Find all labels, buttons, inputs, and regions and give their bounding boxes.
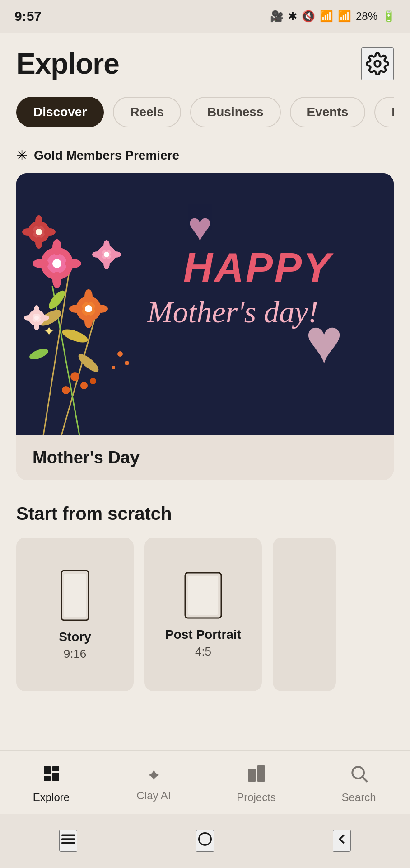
nav-item-projects[interactable]: Projects (205, 764, 308, 804)
settings-button[interactable] (361, 47, 394, 80)
status-icons: 🎥 ✱ 🔇 📶 📶 28% 🔋 (270, 10, 396, 23)
mute-icon: 🔇 (302, 10, 315, 23)
featured-card[interactable]: HAPPY Mother's day! ♥ ♥ ✦ Mother's Day (16, 173, 394, 480)
nav-item-clay-ai[interactable]: ✦ Clay AI (102, 765, 205, 802)
svg-rect-71 (61, 842, 75, 844)
svg-point-40 (62, 386, 70, 394)
scratch-card-story[interactable]: Story 9:16 (16, 538, 134, 691)
header: Explore (16, 47, 394, 80)
svg-point-16 (52, 272, 61, 288)
gold-members-label: Gold Members Premiere (34, 148, 179, 163)
category-tabs: Discover Reels Business Events B… (16, 97, 394, 127)
svg-point-72 (199, 833, 211, 845)
wifi-icon: 📶 (320, 10, 333, 23)
svg-point-30 (84, 315, 93, 328)
svg-text:♥: ♥ (188, 204, 212, 250)
svg-point-48 (34, 321, 39, 330)
post-portrait-format-icon (181, 571, 226, 620)
svg-rect-64 (44, 776, 51, 781)
nav-explore-label: Explore (33, 791, 70, 804)
svg-point-45 (24, 315, 33, 321)
svg-point-41 (90, 378, 96, 384)
main-content: Explore Discover Reels Business Events B… (0, 33, 410, 691)
story-format-icon (57, 568, 93, 623)
svg-point-46 (40, 315, 49, 321)
svg-rect-58 (64, 574, 86, 617)
svg-point-21 (44, 228, 56, 236)
scratch-card-post-portrait[interactable]: Post Portrait 4:5 (144, 538, 262, 691)
svg-point-28 (94, 305, 108, 313)
gear-icon (366, 52, 389, 75)
svg-rect-61 (44, 766, 51, 774)
svg-text:Mother's day!: Mother's day! (147, 295, 318, 329)
svg-rect-65 (248, 769, 256, 782)
post-portrait-card-ratio: 4:5 (195, 645, 211, 659)
svg-point-12 (52, 259, 61, 268)
svg-rect-62 (52, 766, 59, 771)
tab-more[interactable]: B… (374, 97, 394, 127)
tab-events[interactable]: Events (290, 97, 366, 127)
tab-business[interactable]: Business (190, 97, 281, 127)
status-bar: 9:57 🎥 ✱ 🔇 📶 📶 28% 🔋 (0, 0, 410, 33)
svg-point-14 (65, 259, 81, 268)
svg-point-26 (85, 305, 92, 312)
svg-rect-70 (61, 838, 75, 840)
svg-point-37 (103, 258, 110, 269)
scratch-section-title: Start from scratch (16, 504, 394, 524)
svg-point-44 (34, 316, 39, 320)
svg-rect-63 (52, 773, 59, 781)
svg-text:✦: ✦ (43, 324, 55, 339)
nav-clay-ai-label: Clay AI (136, 789, 171, 802)
svg-point-50 (125, 361, 129, 365)
svg-rect-69 (61, 835, 75, 836)
mothers-day-art: HAPPY Mother's day! ♥ ♥ ✦ (16, 173, 394, 435)
story-card-ratio: 9:16 (64, 647, 87, 661)
svg-point-27 (69, 305, 83, 313)
svg-line-68 (363, 777, 367, 782)
svg-point-35 (110, 251, 121, 258)
svg-point-15 (52, 239, 61, 255)
star-icon: ✳ (16, 147, 28, 163)
nav-search-label: Search (341, 791, 376, 804)
signal-icon: 📶 (338, 10, 351, 23)
android-menu-button[interactable] (59, 830, 77, 852)
projects-icon (247, 764, 266, 788)
svg-point-22 (35, 215, 42, 227)
svg-point-34 (92, 251, 103, 258)
story-card-name: Story (59, 630, 91, 644)
scratch-section: Start from scratch Story 9:16 (16, 504, 394, 691)
page-title: Explore (16, 47, 119, 80)
svg-text:HAPPY: HAPPY (183, 245, 334, 290)
svg-point-19 (36, 229, 42, 235)
tab-discover[interactable]: Discover (16, 97, 104, 127)
svg-point-67 (352, 767, 364, 778)
svg-point-38 (70, 372, 79, 381)
explore-icon (42, 764, 61, 788)
svg-rect-66 (257, 765, 265, 782)
svg-point-0 (375, 61, 381, 67)
gold-members-section: ✳ Gold Members Premiere (16, 147, 394, 163)
tab-reels[interactable]: Reels (113, 97, 181, 127)
scratch-card-partial[interactable] (273, 538, 336, 691)
svg-text:♥: ♥ (305, 306, 343, 377)
nav-item-explore[interactable]: Explore (0, 764, 102, 804)
bottom-nav: Explore ✦ Clay AI Projects Search (0, 750, 410, 814)
android-back-button[interactable] (333, 830, 351, 852)
camera-icon: 🎥 (270, 10, 284, 23)
nav-item-search[interactable]: Search (308, 764, 410, 804)
svg-point-29 (84, 289, 93, 303)
svg-rect-60 (188, 576, 218, 615)
svg-point-39 (80, 382, 88, 389)
android-home-button[interactable] (196, 830, 214, 852)
featured-card-title: Mother's Day (33, 448, 140, 467)
battery-percent: 28% (356, 10, 377, 23)
bluetooth-icon: ✱ (288, 10, 297, 23)
search-icon (349, 764, 369, 788)
status-time: 9:57 (14, 9, 42, 24)
scratch-cards-row: Story 9:16 Post Portrait 4:5 (16, 538, 394, 691)
svg-point-47 (34, 305, 39, 314)
svg-point-20 (22, 228, 34, 236)
post-portrait-card-name: Post Portrait (165, 627, 241, 642)
nav-projects-label: Projects (237, 791, 276, 804)
svg-point-51 (112, 366, 115, 369)
